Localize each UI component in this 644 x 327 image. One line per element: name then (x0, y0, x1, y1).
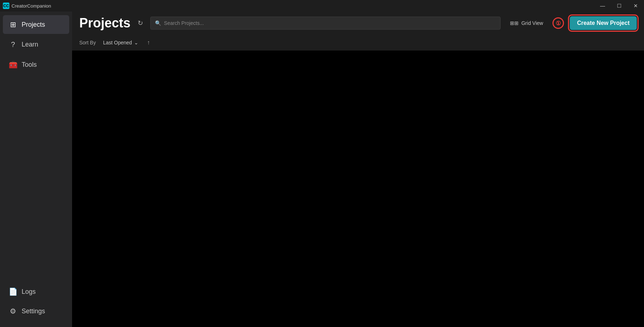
sidebar-item-label: Learn (22, 41, 38, 48)
app-icon: CC (3, 3, 9, 9)
content-header: Projects ↻ 🔍 ⊞⊞ Grid View ① Create New P… (72, 12, 644, 35)
sidebar-item-label: Settings (22, 308, 45, 315)
app-name: CreatorCompanion (12, 3, 51, 9)
settings-icon: ⚙ (9, 307, 17, 315)
sidebar-item-projects[interactable]: ⊞ Projects (3, 15, 69, 34)
close-button[interactable]: ✕ (627, 0, 644, 12)
annotation-badge: ① (552, 17, 564, 29)
tools-icon: 🧰 (9, 60, 17, 69)
sort-bar: Sort By Last Opened ⌄ ↑ (72, 35, 644, 51)
sidebar-item-label: Tools (22, 61, 37, 69)
logs-icon: 📄 (9, 287, 17, 296)
sort-option-label: Last Opened (103, 40, 132, 45)
sidebar: ⊞ Projects ? Learn 🧰 Tools 📄 Logs ⚙ Sett… (0, 12, 72, 327)
projects-area[interactable] (72, 51, 644, 327)
sidebar-item-logs[interactable]: 📄 Logs (3, 282, 69, 301)
projects-icon: ⊞ (9, 20, 17, 29)
search-icon: 🔍 (155, 20, 161, 26)
sidebar-bottom: 📄 Logs ⚙ Settings (0, 282, 72, 324)
content-area: Projects ↻ 🔍 ⊞⊞ Grid View ① Create New P… (72, 12, 644, 327)
grid-view-button[interactable]: ⊞⊞ Grid View (506, 18, 547, 28)
sidebar-item-learn[interactable]: ? Learn (3, 35, 69, 54)
grid-icon: ⊞⊞ (510, 20, 519, 26)
sidebar-item-label: Projects (22, 21, 45, 29)
main-layout: ⊞ Projects ? Learn 🧰 Tools 📄 Logs ⚙ Sett… (0, 12, 644, 327)
sidebar-item-label: Logs (22, 288, 36, 296)
learn-icon: ? (9, 40, 17, 49)
header-right: ⊞⊞ Grid View ① Create New Project (506, 16, 637, 30)
sort-select-button[interactable]: Last Opened ⌄ (100, 38, 141, 47)
grid-view-label: Grid View (521, 20, 543, 26)
sort-by-label: Sort By (79, 40, 96, 45)
refresh-button[interactable]: ↻ (136, 18, 145, 29)
title-bar-controls: — ☐ ✕ (594, 0, 644, 12)
title-bar-left: CC CreatorCompanion (3, 3, 51, 9)
search-bar[interactable]: 🔍 (150, 17, 501, 30)
page-title: Projects (79, 16, 130, 31)
maximize-button[interactable]: ☐ (611, 0, 627, 12)
sort-direction-button[interactable]: ↑ (146, 38, 151, 47)
search-input[interactable] (164, 20, 496, 26)
minimize-button[interactable]: — (594, 0, 611, 12)
create-project-button[interactable]: Create New Project (570, 16, 637, 30)
title-bar: CC CreatorCompanion — ☐ ✕ (0, 0, 644, 12)
chevron-down-icon: ⌄ (134, 40, 138, 45)
sidebar-item-tools[interactable]: 🧰 Tools (3, 55, 69, 74)
sidebar-item-settings[interactable]: ⚙ Settings (3, 302, 69, 321)
